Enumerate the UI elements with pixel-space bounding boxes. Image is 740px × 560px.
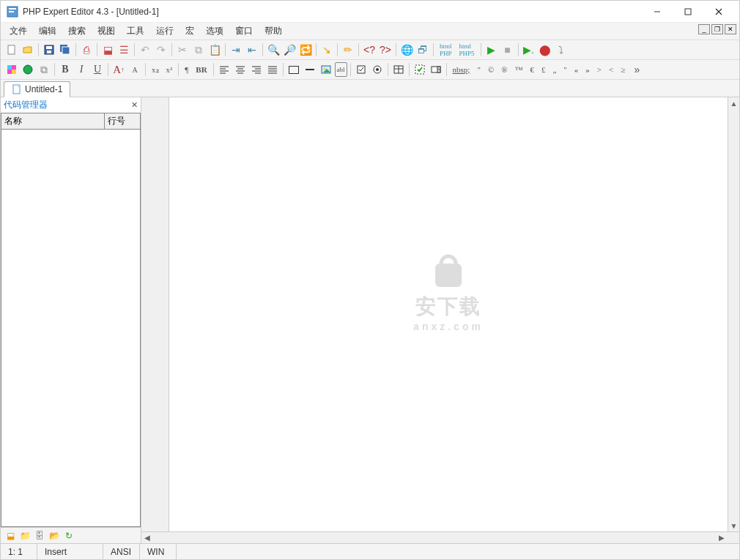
paragraph-button[interactable]: ¶ bbox=[182, 62, 191, 77]
linebreak-button[interactable]: BR bbox=[193, 62, 210, 77]
vertical-scrollbar[interactable]: ▲ ▼ bbox=[728, 97, 739, 531]
tree-body[interactable] bbox=[1, 130, 141, 527]
menu-search[interactable]: 搜索 bbox=[62, 23, 92, 39]
col-line[interactable]: 行号 bbox=[105, 113, 140, 129]
find-next-button[interactable]: 🔎 bbox=[282, 42, 297, 57]
goto-button[interactable]: ↘ bbox=[319, 42, 334, 57]
menu-edit[interactable]: 编辑 bbox=[33, 23, 62, 39]
entity-bdquo-button[interactable]: „ bbox=[550, 62, 559, 77]
code-explorer-button[interactable]: ⬓ bbox=[100, 42, 115, 57]
entity-laquo-button[interactable]: « bbox=[571, 62, 582, 77]
entity-euro-button[interactable]: € bbox=[527, 62, 537, 77]
entity-raquo-button[interactable]: » bbox=[582, 62, 593, 77]
entity-tm-button[interactable]: ™ bbox=[512, 62, 526, 77]
menu-window[interactable]: 窗口 bbox=[229, 23, 259, 39]
mdi-close-button[interactable]: ✕ bbox=[725, 24, 736, 34]
entity-copy-button[interactable]: © bbox=[485, 62, 497, 77]
scroll-down-icon[interactable]: ▼ bbox=[728, 520, 739, 531]
underline-button[interactable]: U bbox=[90, 62, 105, 77]
tool-web-button[interactable] bbox=[21, 62, 35, 77]
div-button[interactable] bbox=[286, 62, 301, 77]
code-list-button[interactable]: ☰ bbox=[116, 42, 131, 57]
align-right-button[interactable] bbox=[249, 62, 264, 77]
mdi-restore-button[interactable]: ❐ bbox=[711, 24, 723, 34]
select-button[interactable] bbox=[429, 62, 443, 77]
save-button[interactable] bbox=[42, 42, 56, 57]
font-decrease-button[interactable]: A bbox=[127, 62, 142, 77]
new-file-button[interactable] bbox=[4, 42, 19, 57]
superscript-button[interactable]: x² bbox=[163, 62, 176, 77]
sidebar-tool1-button[interactable]: ⬓ bbox=[4, 529, 17, 542]
edit-area[interactable]: 安下载 anxz.com bbox=[169, 97, 728, 531]
sidebar-folder-button[interactable]: 📁 bbox=[18, 529, 32, 542]
col-name[interactable]: 名称 bbox=[1, 113, 105, 129]
horizontal-scrollbar[interactable]: ◀ ▶ bbox=[141, 532, 728, 543]
checkbox-button[interactable] bbox=[354, 62, 369, 77]
menu-options[interactable]: 选项 bbox=[200, 23, 229, 39]
subscript-button[interactable]: x₂ bbox=[149, 62, 162, 77]
run-button[interactable]: ▶ bbox=[484, 42, 499, 57]
sidebar-folder2-button[interactable]: 📂 bbox=[48, 529, 61, 542]
status-insert-mode[interactable]: Insert bbox=[37, 544, 103, 559]
nbsp-button[interactable]: nbsp; bbox=[450, 62, 473, 77]
entity-gt-button[interactable]: > bbox=[594, 62, 604, 77]
table-button[interactable] bbox=[391, 62, 406, 77]
radio-button[interactable] bbox=[370, 62, 385, 77]
menu-tools[interactable]: 工具 bbox=[121, 23, 150, 39]
browser-preview-button[interactable]: 🌐 bbox=[399, 42, 414, 57]
tool-color-button[interactable] bbox=[4, 62, 19, 77]
find-button[interactable]: 🔍 bbox=[266, 42, 281, 57]
align-center-button[interactable] bbox=[233, 62, 248, 77]
menu-macro[interactable]: 宏 bbox=[180, 23, 200, 39]
debug-breakpoint-button[interactable]: ⬤ bbox=[538, 42, 552, 57]
save-all-button[interactable] bbox=[58, 42, 73, 57]
tab-untitled1[interactable]: Untitled-1 bbox=[4, 81, 70, 97]
outdent-button[interactable]: ⇤ bbox=[245, 42, 259, 57]
menu-file[interactable]: 文件 bbox=[4, 23, 33, 39]
italic-button[interactable]: I bbox=[74, 62, 89, 77]
tool-copy2-button[interactable]: ⧉ bbox=[37, 62, 51, 77]
menu-help[interactable]: 帮助 bbox=[259, 23, 288, 39]
copy-button[interactable]: ⧉ bbox=[191, 42, 206, 57]
entity-ldquo-button[interactable]: " bbox=[560, 62, 570, 77]
scroll-right-icon[interactable]: ▶ bbox=[716, 532, 728, 543]
toolbar-overflow-button[interactable]: » bbox=[629, 62, 644, 77]
indent-button[interactable]: ⇥ bbox=[229, 42, 243, 57]
bold-button[interactable]: B bbox=[58, 62, 73, 77]
font-increase-button[interactable]: A↑ bbox=[111, 62, 126, 77]
open-file-button[interactable] bbox=[21, 42, 35, 57]
status-encoding[interactable]: ANSI bbox=[103, 544, 140, 559]
undo-button[interactable]: ↶ bbox=[138, 42, 152, 57]
sidebar-db-button[interactable]: 🗄 bbox=[33, 529, 46, 542]
highlight-button[interactable]: ✏ bbox=[341, 42, 355, 57]
sidebar-close-button[interactable]: ✕ bbox=[131, 100, 138, 110]
close-button[interactable] bbox=[704, 2, 733, 21]
align-justify-button[interactable] bbox=[265, 62, 280, 77]
scroll-left-icon[interactable]: ◀ bbox=[141, 532, 153, 543]
debug-run-button[interactable]: ▶. bbox=[522, 42, 536, 57]
entity-pound-button[interactable]: £ bbox=[539, 62, 549, 77]
html-template-button[interactable]: htmlPHP bbox=[437, 42, 455, 57]
redo-button[interactable]: ↷ bbox=[154, 42, 169, 57]
minimize-button[interactable] bbox=[643, 2, 672, 21]
sidebar-refresh-button[interactable]: ↻ bbox=[62, 529, 75, 542]
menu-run[interactable]: 运行 bbox=[150, 23, 180, 39]
php-close-button[interactable]: ?> bbox=[378, 42, 393, 57]
print-button[interactable]: ⎙ bbox=[79, 42, 94, 57]
entity-lt-button[interactable]: < bbox=[606, 62, 616, 77]
menu-view[interactable]: 视图 bbox=[92, 23, 121, 39]
mdi-minimize-button[interactable]: _ bbox=[698, 24, 710, 34]
hr-button[interactable] bbox=[303, 62, 317, 77]
browser-external-button[interactable]: 🗗 bbox=[415, 42, 430, 57]
scroll-up-icon[interactable]: ▲ bbox=[728, 97, 739, 109]
image-button[interactable] bbox=[319, 62, 333, 77]
php-open-button[interactable]: <? bbox=[362, 42, 377, 57]
entity-quote-button[interactable]: " bbox=[474, 62, 484, 77]
debug-step-button[interactable]: ⤵ bbox=[554, 42, 569, 57]
status-eol[interactable]: WIN bbox=[140, 544, 177, 559]
maximize-button[interactable] bbox=[673, 2, 703, 21]
label-button[interactable]: abl bbox=[335, 62, 347, 77]
replace-button[interactable]: 🔁 bbox=[298, 42, 313, 57]
entity-ge-button[interactable]: ≥ bbox=[618, 62, 628, 77]
html-template2-button[interactable]: htmlPHP5 bbox=[456, 42, 478, 57]
